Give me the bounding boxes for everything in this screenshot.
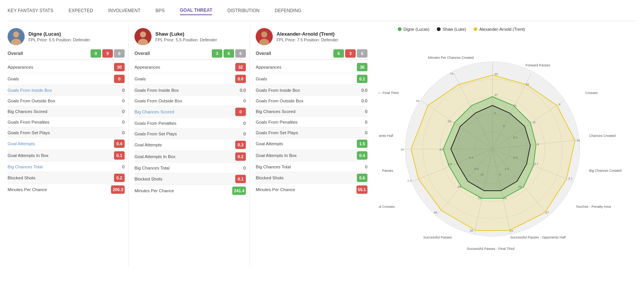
- legend-dot-shaw: [437, 27, 441, 31]
- legend-dot-arnold: [474, 27, 477, 31]
- stat-row: Goals From Penalties 0: [8, 117, 125, 127]
- player-info-digne: FPL Price: 5.5 Position: Defender: [28, 38, 90, 42]
- stat-row: Goals From Penalties 0: [134, 118, 246, 129]
- svg-text:2.1: 2.1: [568, 177, 573, 180]
- svg-text:21: 21: [513, 104, 517, 107]
- stat-badge: 0.0: [235, 75, 246, 83]
- player-info-shaw: FPL Price: 5.5 Position: Defender: [155, 38, 217, 42]
- player-name-arnold: Alexander-Arnold (Trent): [277, 31, 338, 37]
- overall-badge3-digne: 6: [114, 49, 125, 58]
- player-name-shaw: Shaw (Luke): [155, 31, 217, 37]
- svg-text:22: 22: [478, 196, 481, 200]
- stat-row: Goals 0.0: [134, 73, 246, 85]
- overall-badge3-arnold: 6: [357, 49, 367, 58]
- stat-badge: 241.4: [232, 187, 246, 195]
- stat-row: Blocked Shots 0.6: [256, 172, 367, 184]
- stat-row: Minutes Per Chance 206.3: [8, 184, 125, 195]
- stat-row: Goals From Inside Box 0.0: [134, 85, 246, 96]
- overall-badge2-digne: 9: [102, 49, 113, 58]
- svg-text:10: 10: [480, 173, 484, 176]
- svg-text:35: 35: [470, 229, 473, 232]
- stat-row: Goal Attempts 0.3: [134, 139, 246, 151]
- stat-badge: 0.4: [114, 140, 125, 148]
- tab-expected[interactable]: EXPECTED: [69, 8, 93, 15]
- stat-row: Goals From Inside Box 0: [8, 85, 125, 96]
- stat-row: Goal Attempts In Box 0.2: [134, 151, 246, 163]
- radar-label-succ-passes-final: Successful Passes - Final Third: [467, 247, 514, 251]
- legend-item-arnold: Alexander-Arnold (Trent): [474, 27, 525, 31]
- stat-row: Goals From Penalties 0: [256, 117, 367, 127]
- svg-text:13: 13: [510, 229, 513, 232]
- player-header-shaw: Shaw (Luke) FPL Price: 5.5 Position: Def…: [134, 25, 246, 45]
- stat-badge: 0.1: [357, 75, 367, 83]
- radar-label-succ-passes-opp: Successful Passes - Opponents Half: [510, 235, 566, 239]
- legend-item-digne: Digne (Lucas): [398, 27, 429, 31]
- chart-legend: Digne (Lucas) Shaw (Luke) Alexander-Arno…: [398, 27, 636, 31]
- radar-chart: 55 32 6 18 2.1 27 13 35 48 1.3 60 54 73: [379, 35, 636, 267]
- svg-text:27: 27: [494, 93, 498, 97]
- svg-text:44: 44: [439, 148, 443, 151]
- radar-label-minutes: Minutes Per Chances Created: [428, 56, 474, 60]
- tab-bps[interactable]: BPS: [156, 8, 165, 15]
- radar-label-crosses: Crosses: [585, 91, 598, 95]
- overall-badge2-shaw: 6: [224, 49, 234, 58]
- svg-text:0.6: 0.6: [474, 167, 479, 171]
- stat-row: Goal Attempts 0.4: [8, 138, 125, 150]
- tab-key-fantasy[interactable]: KEY FANTASY STATS: [8, 8, 53, 15]
- radar-label-succ-crosses: Successful Crosses: [379, 205, 395, 209]
- stat-badge: 55.1: [356, 185, 367, 194]
- player-info-arnold: FPL Price: 7.5 Position: Defender: [277, 38, 338, 42]
- stat-row: Goals From Outside Box 0.0: [256, 96, 367, 106]
- stat-row: Minutes Per Chance 241.4: [134, 185, 246, 196]
- tab-distribution[interactable]: DISTRIBUTION: [227, 8, 259, 15]
- svg-text:0.4: 0.4: [469, 156, 474, 159]
- player-column-arnold: Alexander-Arnold (Trent) FPL Price: 7.5 …: [250, 25, 371, 267]
- stat-badge: 0.6: [357, 174, 367, 182]
- stat-badge: 206.3: [111, 185, 125, 194]
- overall-badge2-arnold: 3: [345, 49, 356, 58]
- stat-row: Big Chances Total 0: [8, 162, 125, 172]
- overall-row-shaw: Overall 3 6 6: [134, 47, 246, 60]
- svg-text:0.1: 0.1: [513, 136, 518, 139]
- stats-shaw: Appearances 32 Goals 0.0 Goals From Insi…: [134, 61, 246, 196]
- svg-point-1: [13, 31, 19, 38]
- overall-row-arnold: Overall 6 3 6: [256, 47, 367, 60]
- stat-row: Blocked Shots 0.1: [134, 173, 246, 185]
- svg-text:54: 54: [416, 99, 419, 103]
- stat-row: Goals From Set Plays 0: [256, 127, 367, 138]
- svg-point-4: [140, 31, 146, 38]
- svg-text:0.7: 0.7: [534, 162, 539, 166]
- radar-label-pc-opp: Pass Completion - Opponents Half: [379, 134, 393, 138]
- tab-involvement[interactable]: INVOLVEMENT: [108, 8, 141, 15]
- stat-badge: 0.4: [357, 151, 367, 160]
- stat-badge: 0.1: [114, 151, 125, 160]
- player-header-digne: Digne (Lucas) FPL Price: 5.5 Position: D…: [8, 25, 125, 45]
- stat-badge: 1.5: [357, 140, 367, 148]
- legend-dot-digne: [398, 27, 402, 31]
- svg-text:18: 18: [577, 139, 580, 142]
- svg-text:73: 73: [450, 72, 453, 75]
- svg-text:1.3: 1.3: [407, 179, 412, 182]
- tabs-row: KEY FANTASY STATS EXPECTED INVOLVEMENT B…: [8, 4, 636, 21]
- radar-label-passes: Passes: [382, 169, 393, 173]
- stat-row: Big Chances Scored 0: [8, 106, 125, 117]
- svg-point-7: [261, 31, 267, 38]
- svg-text:55: 55: [448, 120, 451, 123]
- radar-label-touches: Touches - Penalty Area: [576, 205, 611, 209]
- svg-text:6: 6: [503, 124, 505, 128]
- players-area: Digne (Lucas) FPL Price: 5.5 Position: D…: [8, 25, 371, 267]
- radar-label-big-chances: Big Chances Created: [589, 169, 622, 173]
- stat-row: Big Chances Scored 0: [134, 106, 246, 118]
- tab-goal-threat[interactable]: GOAL THREAT: [180, 8, 213, 15]
- tab-defending[interactable]: DEFENDING: [275, 8, 302, 15]
- svg-text:55: 55: [494, 72, 498, 76]
- svg-text:32: 32: [526, 83, 529, 86]
- chart-area: Digne (Lucas) Shaw (Luke) Alexander-Arno…: [371, 25, 636, 267]
- avatar-shaw: [134, 28, 152, 45]
- stat-badge: 0.3: [235, 141, 246, 149]
- svg-text:10: 10: [503, 196, 506, 200]
- stat-row: Goals 0: [8, 73, 125, 85]
- overall-badge1-digne: 0: [91, 49, 101, 58]
- svg-text:0.8: 0.8: [448, 162, 452, 166]
- overall-row-digne: Overall 0 9 6: [8, 47, 125, 60]
